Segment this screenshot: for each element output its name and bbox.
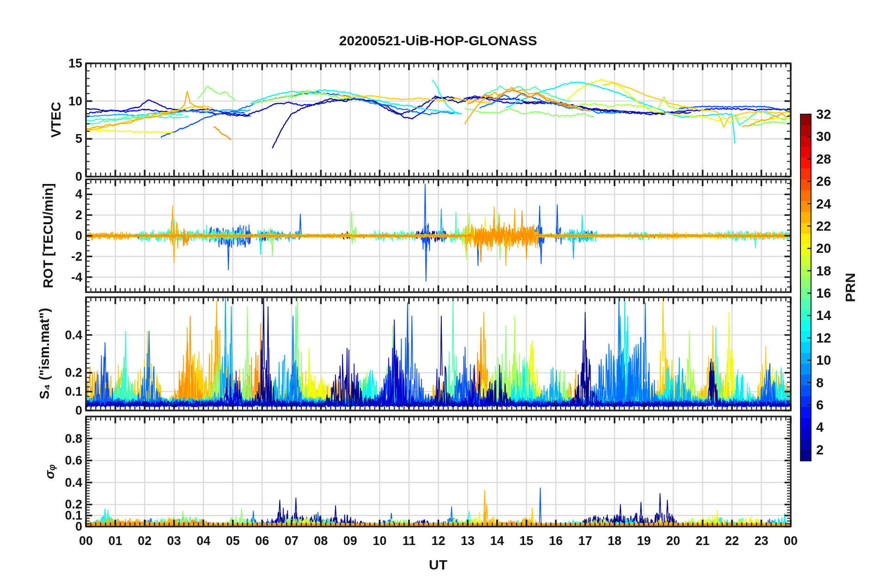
colorbar-tick-label: 2 [816, 443, 824, 457]
y-axis-label-sigma-phi: σᵩ [43, 464, 56, 479]
x-tick-label: 02 [138, 535, 152, 547]
y-tick-label-vtec: 10 [68, 95, 82, 108]
colorbar-tick-label: 4 [816, 421, 824, 434]
x-tick-label: 23 [754, 535, 768, 547]
y-tick-label-s4: 0.1 [65, 386, 82, 398]
y-axis-label-vtec: VTEC [49, 102, 63, 137]
x-tick-label: 06 [255, 535, 269, 547]
x-tick-label: 00 [79, 535, 93, 547]
colorbar-tick-label: 12 [816, 331, 831, 345]
colorbar-tick-label: 32 [816, 108, 831, 121]
x-tick-label: 15 [519, 535, 533, 547]
colorbar-tick-label: 10 [816, 354, 831, 367]
y-tick-label-rot: -2 [71, 251, 82, 263]
y-tick-label-sig: 0.8 [65, 433, 82, 445]
y-tick-label-rot: 0 [75, 230, 82, 242]
colorbar-tick-label: 24 [816, 197, 831, 211]
colorbar-tick-label: 8 [816, 376, 824, 390]
y-tick-label-sig: 0.1 [65, 509, 82, 522]
colorbar-tick-label: 26 [816, 175, 831, 188]
y-tick-label-sig: 0 [75, 521, 82, 533]
x-tick-label: 00 [784, 535, 798, 547]
y-tick-label-vtec: 15 [68, 57, 82, 70]
x-tick-label: 22 [725, 535, 739, 547]
y-axis-label-s4: S₄ ("ism.mat") [38, 308, 51, 399]
x-tick-label: 09 [343, 535, 357, 547]
x-tick-label: 21 [696, 535, 709, 547]
chart-title: 20200521-UiB-HOP-GLONASS [339, 34, 537, 48]
x-tick-label: 11 [403, 535, 416, 547]
colorbar-tick-label: 30 [816, 130, 831, 143]
colorbar-tick-label: 16 [816, 287, 831, 300]
x-tick-label: 19 [637, 535, 651, 547]
y-tick-label-sig: 0.2 [65, 498, 82, 511]
y-axis-label-rot: ROT [TECU/min] [42, 183, 55, 288]
x-tick-label: 07 [285, 535, 299, 547]
y-tick-label-vtec: 5 [75, 133, 82, 145]
y-tick-label-sig: 0.6 [65, 454, 82, 467]
colorbar-tick-label: 18 [816, 264, 831, 278]
x-tick-label: 05 [226, 535, 240, 547]
colorbar-label: PRN [843, 273, 857, 302]
x-tick-label: 13 [461, 535, 475, 547]
x-tick-label: 01 [109, 535, 122, 547]
chart-canvas [0, 0, 879, 588]
x-tick-label: 10 [372, 535, 386, 547]
y-tick-label-rot: -4 [71, 271, 82, 284]
y-tick-label-s4: 0.2 [65, 367, 82, 379]
x-tick-label: 17 [578, 535, 592, 547]
x-axis-label: UT [429, 558, 447, 572]
x-tick-label: 16 [549, 535, 563, 547]
colorbar-tick-label: 22 [816, 220, 831, 233]
x-tick-label: 14 [490, 535, 504, 547]
x-tick-label: 03 [167, 535, 181, 547]
x-tick-label: 20 [666, 535, 680, 547]
colorbar-tick-label: 28 [816, 153, 831, 166]
colorbar-tick-label: 14 [816, 309, 831, 322]
colorbar-tick-label: 6 [816, 398, 824, 412]
x-tick-label: 08 [314, 535, 328, 547]
figure: 20200521-UiB-HOP-GLONASS VTEC ROT [TECU/… [0, 0, 879, 588]
y-tick-label-s4: 0.4 [65, 329, 82, 342]
y-tick-label-s4: 0 [75, 404, 82, 417]
y-tick-label-vtec: 0 [75, 171, 82, 183]
y-tick-label-rot: 2 [75, 209, 82, 221]
x-tick-label: 12 [431, 535, 445, 547]
y-tick-label-rot: 4 [75, 188, 82, 201]
y-tick-label-sig: 0.4 [65, 477, 82, 489]
x-tick-label: 04 [196, 535, 210, 547]
colorbar-tick-label: 20 [816, 242, 831, 255]
x-tick-label: 18 [608, 535, 622, 547]
